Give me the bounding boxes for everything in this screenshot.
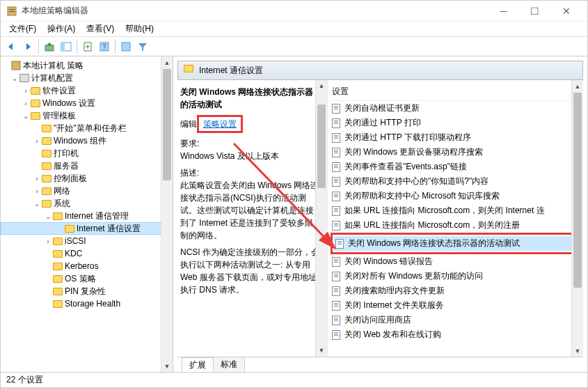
svg-rect-10 [12,61,20,70]
list-item[interactable]: 关闭 Web 发布和在线订购 [331,327,583,342]
desc-scrollbar[interactable]: ▲▼ [315,80,327,357]
menu-help[interactable]: 帮助(H) [121,22,158,36]
tree-label: "开始"菜单和任务栏 [54,123,127,134]
tree-computer-config[interactable]: ⌄计算机配置 [1,72,173,84]
content-area: 本地计算机 策略 ⌄计算机配置 ›软件设置 ›Windows 设置 ⌄管理模板 … [1,56,587,372]
help-button[interactable]: ? [97,39,112,54]
tree-printer[interactable]: 打印机 [1,147,173,160]
tree-label: 系统 [54,198,70,210]
menu-action[interactable]: 操作(A) [43,22,79,36]
folder-icon [52,298,63,309]
tree-start-menu[interactable]: "开始"菜单和任务栏 [1,122,173,134]
tab-extended[interactable]: 扩展 [182,357,214,372]
tree-label: PIN 复杂性 [65,286,106,297]
forward-button[interactable] [20,39,35,54]
expand-icon[interactable]: › [33,175,41,183]
setting-icon [332,104,342,114]
tree-kerberos[interactable]: Kerberos [1,260,173,272]
menu-view[interactable]: 查看(V) [82,22,118,36]
list-item-label: 关闭通过 HTTP 打印 [344,117,421,129]
list-item[interactable]: 关闭自动根证书更新 [331,101,583,116]
show-hide-tree-button[interactable] [58,39,74,54]
minimize-button[interactable]: ─ [488,1,519,21]
scroll-up-icon[interactable]: ▲ [161,56,173,68]
tree-control-panel[interactable]: ›控制面板 [1,172,173,185]
scroll-thumb[interactable] [317,104,326,188]
list-scrollbar[interactable]: ▲▼ [571,80,583,357]
policy-settings-link[interactable]: 策略设置 [203,119,237,129]
scroll-thumb[interactable] [573,93,582,288]
requirements-text: Windows Vista 及以上版本 [180,151,279,161]
expand-icon[interactable]: › [33,137,41,145]
scroll-down-icon[interactable]: ▼ [161,360,173,372]
list-header[interactable]: 设置 [331,83,583,101]
scroll-thumb[interactable] [163,69,171,180]
list-item[interactable]: 关闭 Internet 文件关联服务 [331,298,583,313]
maximize-button[interactable]: ☐ [519,1,550,21]
tree-software[interactable]: ›软件设置 [1,84,173,97]
tree-network[interactable]: ›网络 [1,185,173,197]
collapse-icon[interactable]: ⌄ [33,200,41,208]
list-item[interactable]: 关闭通过 HTTP 下载打印驱动程序 [331,130,583,145]
expand-icon[interactable]: › [44,238,52,245]
list-item[interactable]: 关闭帮助和支持中心的"你知道吗?"内容 [331,174,583,189]
tree-label: Internet 通信管理 [65,210,129,222]
scroll-down-icon[interactable]: ▼ [572,345,583,357]
setting-icon [332,118,342,128]
folder-icon [52,273,63,284]
list-item[interactable]: 如果 URL 连接指向 Microsoft.com，则关闭 Internet 连 [331,203,583,218]
list-item[interactable]: 关闭帮助和支持中心 Microsoft 知识库搜索 [331,189,583,203]
folder-icon [41,123,52,134]
list-item-label: 关闭通过 HTTP 下载打印驱动程序 [344,132,471,143]
scroll-up-icon[interactable]: ▲ [572,80,583,92]
refresh-button[interactable] [118,39,134,54]
tree-os-policy[interactable]: OS 策略 [1,272,173,285]
close-button[interactable]: ✕ [550,1,582,21]
tree-kdc[interactable]: KDC [1,247,173,260]
tree-storage[interactable]: Storage Health [1,297,173,310]
back-button[interactable] [3,39,19,54]
list-item[interactable]: 关闭对所有 Windows 更新功能的访问 [331,269,583,284]
list-item[interactable]: 关闭 Windows 错误报告 [331,254,583,269]
list-item[interactable]: 关闭访问应用商店 [331,313,583,327]
filter-button[interactable] [135,39,150,54]
setting-icon [332,286,342,296]
tree-panel[interactable]: 本地计算机 策略 ⌄计算机配置 ›软件设置 ›Windows 设置 ⌄管理模板 … [1,56,173,372]
list-item[interactable]: 关闭 Windows 更新设备驱动程序搜索 [331,145,583,160]
tree-label: iSCSI [65,236,86,246]
expand-icon[interactable]: › [22,87,30,95]
tree-admin-templates[interactable]: ⌄管理模板 [1,109,173,122]
tree-root[interactable]: 本地计算机 策略 [1,59,173,72]
list-item[interactable]: 如果 URL 连接指向 Microsoft.com，则关闭注册 [331,218,583,233]
scroll-down-icon[interactable]: ▼ [316,345,327,357]
list-item[interactable]: 关闭通过 HTTP 打印 [331,116,583,130]
computer-icon [19,72,30,84]
setting-icon [332,148,342,157]
tab-standard[interactable]: 标准 [213,357,245,372]
tree-windows-settings[interactable]: ›Windows 设置 [1,97,173,109]
list-item[interactable]: 关闭事件查看器"Events.asp"链接 [331,160,583,174]
tree-internet-settings[interactable]: Internet 通信设置 [1,222,173,235]
tree-label: 控制面板 [54,173,87,185]
scroll-up-icon[interactable]: ▲ [316,80,327,92]
list-item[interactable]: 关闭 Windows 网络连接状态指示器的活动测试 [334,236,580,251]
settings-list-panel[interactable]: 设置 关闭自动根证书更新关闭通过 HTTP 打印关闭通过 HTTP 下载打印驱动… [328,80,583,357]
tree-pin[interactable]: PIN 复杂性 [1,285,173,297]
tree-system[interactable]: ⌄系统 [1,197,173,210]
expand-icon[interactable]: › [33,187,41,195]
collapse-icon[interactable]: ⌄ [44,212,52,220]
list-item[interactable]: 关闭搜索助理内容文件更新 [331,284,583,298]
setting-icon [332,316,342,325]
up-button[interactable] [42,39,57,54]
export-button[interactable] [80,39,95,54]
expand-icon[interactable]: › [22,100,30,107]
tree-server[interactable]: 服务器 [1,160,173,172]
tree-internet-mgmt[interactable]: ⌄Internet 通信管理 [1,210,173,222]
svg-rect-2 [9,11,15,12]
tree-windows-components[interactable]: ›Windows 组件 [1,134,173,147]
menu-file[interactable]: 文件(F) [5,22,40,36]
tree-iscsi[interactable]: ›iSCSI [1,235,173,247]
collapse-icon[interactable]: ⌄ [10,75,19,82]
tree-scrollbar[interactable]: ▲▼ [161,56,173,372]
collapse-icon[interactable]: ⌄ [22,112,30,120]
